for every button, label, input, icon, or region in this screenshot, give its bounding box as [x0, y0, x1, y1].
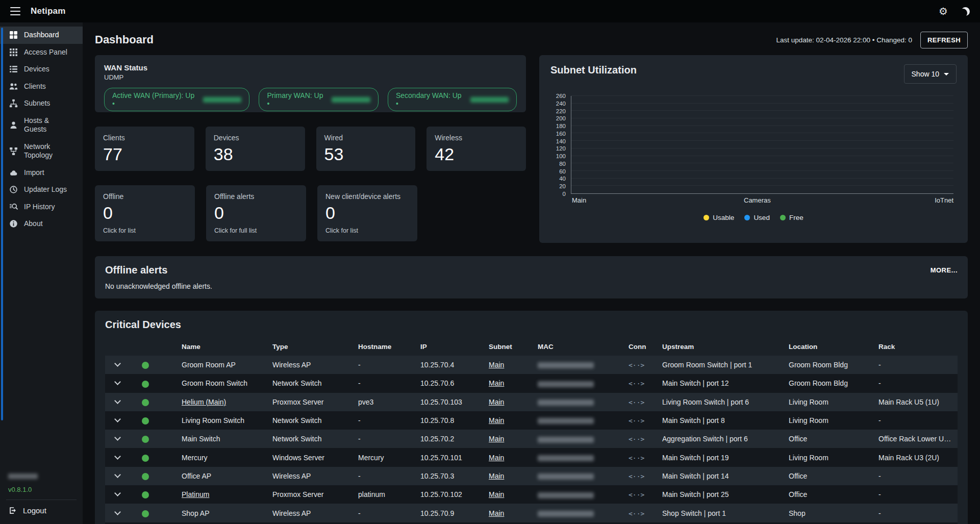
stat-card-offline[interactable]: Offline0Click for list — [95, 185, 195, 241]
expand-chevron-icon[interactable] — [114, 434, 121, 441]
expand-chevron-icon[interactable] — [114, 471, 121, 478]
expand-chevron-icon[interactable] — [114, 453, 121, 460]
logout-button[interactable]: Logout — [8, 506, 74, 515]
chevron-down-icon — [944, 73, 949, 76]
subnet-link[interactable]: Main — [489, 361, 504, 369]
device-location: Shop — [785, 504, 874, 522]
subnet-utilization-title: Subnet Utilization — [550, 64, 637, 76]
y-tick-label: 120 — [556, 145, 566, 152]
subnet-link[interactable]: Main — [489, 509, 504, 517]
gridline — [571, 133, 953, 133]
wan-pill[interactable]: Primary WAN: Up • — [259, 88, 378, 111]
y-tick-label: 160 — [556, 131, 566, 137]
device-rack: - — [874, 411, 958, 430]
device-rack: - — [874, 356, 958, 374]
subnet-link[interactable]: Main — [489, 490, 504, 498]
y-tick-label: 100 — [556, 153, 566, 159]
more-link[interactable]: MORE... — [931, 266, 958, 274]
legend-label: Free — [789, 214, 803, 221]
conn-icon: <··> — [629, 510, 644, 517]
mac-redacted — [538, 473, 594, 480]
topbar: Netipam ⚙ — [0, 0, 980, 22]
expand-chevron-icon[interactable] — [114, 397, 121, 404]
device-ip: 10.25.70.4 — [416, 356, 485, 374]
sidebar-item-access-panel[interactable]: Access Panel — [0, 44, 83, 61]
mac-redacted — [538, 400, 594, 406]
gridline — [571, 95, 953, 96]
expand-chevron-icon[interactable] — [114, 360, 121, 367]
wan-pill[interactable]: Secondary WAN: Up • — [388, 88, 517, 111]
subnet-link[interactable]: Main — [489, 454, 504, 462]
subnet-link[interactable]: Main — [489, 398, 504, 406]
stat-card-new-client-device-alerts[interactable]: New client/device alerts0Click for list — [317, 185, 417, 241]
show-count-value: Show 10 — [912, 70, 939, 78]
sidebar-item-clients[interactable]: Clients — [0, 78, 83, 95]
sidebar-item-label: Access Panel — [24, 48, 67, 57]
status-dot — [142, 417, 149, 425]
sidebar: DashboardAccess PanelDevicesClientsSubne… — [0, 22, 83, 524]
expand-chevron-icon[interactable] — [114, 379, 121, 386]
col-location: Location — [785, 338, 874, 356]
refresh-button[interactable]: REFRESH — [920, 32, 968, 48]
device-location: Office — [785, 485, 874, 504]
sidebar-item-import[interactable]: Import — [0, 164, 83, 182]
show-count-select[interactable]: Show 10 — [904, 64, 957, 84]
subnets-icon — [9, 99, 18, 108]
wan-pill[interactable]: Active WAN (Primary): Up • — [104, 88, 249, 111]
expand-chevron-icon[interactable] — [114, 509, 121, 515]
dark-mode-moon-icon[interactable] — [961, 7, 970, 16]
device-hostname: pve3 — [354, 393, 416, 411]
sidebar-item-subnets[interactable]: Subnets — [0, 95, 83, 112]
col-status — [138, 338, 178, 356]
stat-label: Wireless — [435, 134, 518, 142]
sidebar-item-network-topology[interactable]: Network Topology — [0, 138, 83, 164]
device-name: Shop AP — [182, 509, 210, 517]
stats-row-1: Clients77Devices38Wired53Wireless42 — [95, 127, 526, 171]
about-icon — [9, 219, 18, 228]
device-name[interactable]: Platinum — [182, 490, 209, 498]
expand-chevron-icon[interactable] — [114, 490, 121, 496]
wan-device-name: UDMP — [104, 73, 517, 81]
sidebar-item-about[interactable]: About — [0, 215, 83, 233]
device-rack: - — [874, 504, 958, 522]
sidebar-item-updater-logs[interactable]: Updater Logs — [0, 181, 83, 198]
mac-redacted — [538, 492, 594, 498]
settings-gear-icon[interactable]: ⚙ — [939, 6, 948, 16]
expand-chevron-icon[interactable] — [114, 416, 121, 422]
subnet-link[interactable]: Main — [489, 416, 504, 425]
wan-pills: Active WAN (Primary): Up •Primary WAN: U… — [104, 88, 517, 111]
device-location: Office — [785, 430, 874, 448]
sidebar-item-hosts-guests[interactable]: Hosts & Guests — [0, 112, 83, 138]
table-row: Office APWireless AP-10.25.70.3Main<··>M… — [105, 467, 958, 485]
sidebar-item-dashboard[interactable]: Dashboard — [0, 27, 83, 44]
device-ip: 10.25.70.9 — [416, 504, 485, 522]
stat-label: Offline — [103, 192, 187, 201]
sidebar-item-label: Import — [24, 168, 44, 178]
legend-dot — [744, 215, 750, 220]
page-title: Dashboard — [95, 33, 154, 46]
last-update-text: Last update: 02-04-2026 22:00 • Changed:… — [776, 36, 912, 44]
sidebar-scrollbar[interactable] — [1, 28, 3, 420]
stat-value: 0 — [214, 204, 298, 222]
device-name: Groom Room Switch — [182, 379, 247, 387]
y-tick-label: 140 — [556, 138, 566, 144]
device-location: Living Room — [785, 393, 874, 411]
device-rack: Main Rack U5 (1U) — [874, 393, 958, 411]
subnet-link[interactable]: Main — [489, 379, 504, 387]
device-name[interactable]: Helium (Main) — [182, 398, 226, 406]
device-ip: 10.25.70.102 — [416, 485, 485, 504]
critical-devices-card: Critical Devices NameTypeHostnameIPSubne… — [95, 311, 968, 524]
subnet-link[interactable]: Main — [489, 472, 504, 480]
wan-pill-label: Primary WAN: Up • — [267, 91, 327, 108]
updater-logs-icon — [9, 185, 18, 194]
col-expand — [105, 338, 138, 356]
stat-value: 0 — [103, 204, 187, 222]
y-tick-label: 240 — [556, 101, 566, 107]
sidebar-item-devices[interactable]: Devices — [0, 61, 83, 78]
subnet-link[interactable]: Main — [489, 435, 504, 443]
menu-icon[interactable] — [10, 7, 20, 15]
y-tick-label: 260 — [556, 93, 566, 99]
sidebar-item-ip-history[interactable]: IP History — [0, 198, 83, 216]
stat-card-offline-alerts[interactable]: Offline alerts0Click for full list — [206, 185, 306, 241]
access-panel-icon — [9, 48, 18, 57]
